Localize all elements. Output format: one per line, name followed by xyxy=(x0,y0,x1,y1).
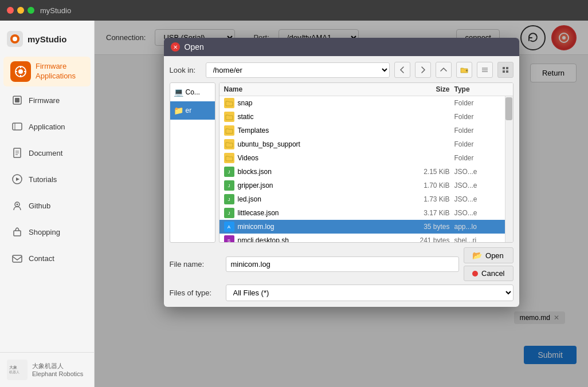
file-type-cell: Folder xyxy=(454,127,500,135)
table-row[interactable]: J blocks.json 2.15 KiB JSO...e xyxy=(219,165,505,179)
detail-view-button[interactable] xyxy=(497,62,513,78)
file-name-input[interactable] xyxy=(226,256,460,272)
sidebar-item-shopping[interactable]: Shopping xyxy=(3,219,91,244)
table-row[interactable]: J gripper.json 1.70 KiB JSO...e xyxy=(219,179,505,192)
table-row[interactable]: static Folder xyxy=(219,110,505,124)
sidebar-item-contact[interactable]: Contact xyxy=(3,246,91,271)
file-browser: 💻 Co... 📁 er Name xyxy=(170,82,513,243)
window-controls xyxy=(7,7,34,14)
folder-icon xyxy=(224,98,234,108)
files-type-select[interactable]: All Files (*) xyxy=(226,285,513,301)
files-header: Name Size Type xyxy=(219,83,513,96)
sidebar-item-label-tutorials: Tutorials xyxy=(29,175,57,184)
nav-back-button[interactable] xyxy=(394,62,410,78)
svg-rect-21 xyxy=(13,255,22,262)
dialog-body: Look in: /home/er xyxy=(164,56,519,307)
elephant-robotics-logo: 大象机器人 xyxy=(7,360,28,380)
nav-up-button[interactable] xyxy=(436,62,452,78)
maximize-dot[interactable] xyxy=(28,7,34,14)
file-type-cell: JSO...e xyxy=(454,168,500,176)
table-row[interactable]: J littlecase.json 3.17 KiB JSO...e xyxy=(219,206,505,220)
contact-icon xyxy=(10,251,24,265)
cancel-button-label: Cancel xyxy=(481,269,504,278)
svg-rect-33 xyxy=(503,70,505,73)
robot-label: 大象机器人 xyxy=(32,362,83,370)
sidebar-logo-text: myStudio xyxy=(28,34,66,44)
app-file-icon: A xyxy=(224,222,234,232)
folder-icon xyxy=(224,112,234,122)
close-dot[interactable] xyxy=(7,7,14,14)
table-row[interactable]: Videos Folder xyxy=(219,151,505,165)
shell-file-icon: S xyxy=(224,235,234,242)
logo-icon xyxy=(7,31,23,47)
scrollbar-thumb xyxy=(505,97,512,120)
file-type-cell: Folder xyxy=(454,154,500,162)
top-bar: myStudio xyxy=(0,0,588,21)
svg-rect-10 xyxy=(13,123,22,130)
svg-rect-9 xyxy=(15,98,19,102)
sidebar-item-label-shopping: Shopping xyxy=(29,228,60,236)
sidebar-item-firmware-apps[interactable]: FirmwareApplications xyxy=(3,57,91,86)
table-row[interactable]: ubuntu_bsp_support Folder xyxy=(219,137,505,151)
content-area: Connection: USB (Serial) Port: /dev/ttyA… xyxy=(95,21,588,387)
scrollbar[interactable] xyxy=(505,96,513,242)
sidebar-item-firmware[interactable]: Firmware xyxy=(3,88,91,113)
sidebar: myStudio FirmwareApplications Firmware A… xyxy=(0,21,95,387)
nav-forward-button[interactable] xyxy=(415,62,431,78)
svg-rect-31 xyxy=(503,67,505,69)
open-cancel-buttons: 📂 Open Cancel xyxy=(464,247,513,281)
cancel-button[interactable]: Cancel xyxy=(464,266,513,281)
file-size-cell: 2.15 KiB xyxy=(409,168,454,176)
files-panel: Name Size Type snap Folder static xyxy=(219,82,513,243)
open-button[interactable]: 📂 Open xyxy=(464,247,513,263)
svg-rect-34 xyxy=(506,70,508,73)
files-list: snap Folder static Folder Templates Fold… xyxy=(219,96,505,242)
json-file-icon: J xyxy=(224,208,234,218)
dialog-close-button[interactable]: ✕ xyxy=(171,42,180,52)
svg-point-3 xyxy=(18,69,23,74)
sidebar-item-document[interactable]: Document xyxy=(3,140,91,165)
look-in-select[interactable]: /home/er xyxy=(206,62,390,78)
dialog-title-bar: ✕ Open xyxy=(164,38,519,56)
file-size-cell: 241 bytes xyxy=(409,236,454,242)
sidebar-item-tutorials[interactable]: Tutorials xyxy=(3,167,91,192)
app-title: myStudio xyxy=(40,6,71,15)
sidebar-item-label-application: Application xyxy=(29,123,65,131)
table-row[interactable]: A minicom.log 35 bytes app...lo xyxy=(219,220,505,234)
table-row[interactable]: J led.json 1.73 KiB JSO...e xyxy=(219,192,505,206)
open-dialog-overlay: ✕ Open Look in: /home/er xyxy=(95,21,588,387)
svg-text:机器人: 机器人 xyxy=(9,370,19,374)
new-folder-button[interactable]: + xyxy=(456,62,472,78)
table-row[interactable]: S nmcli.desktop.sh 241 bytes shel...ri xyxy=(219,234,505,242)
file-name-label: File name: xyxy=(170,260,221,268)
minimize-dot[interactable] xyxy=(17,7,24,14)
table-row[interactable]: Templates Folder xyxy=(219,124,505,137)
places-panel: 💻 Co... 📁 er xyxy=(170,82,215,243)
list-view-button[interactable] xyxy=(477,62,493,78)
svg-text:大象: 大象 xyxy=(9,365,17,369)
svg-point-19 xyxy=(17,204,18,206)
open-button-label: Open xyxy=(485,251,504,260)
table-row[interactable]: snap Folder xyxy=(219,96,505,110)
file-size-cell: 1.73 KiB xyxy=(409,195,454,203)
svg-rect-32 xyxy=(506,67,508,69)
dialog-title: Open xyxy=(185,42,204,52)
places-item-computer[interactable]: 💻 Co... xyxy=(170,83,215,101)
json-file-icon: J xyxy=(224,194,234,204)
sidebar-item-github[interactable]: Github xyxy=(3,193,91,218)
file-type-cell: Folder xyxy=(454,113,500,121)
file-name-cell: littlecase.json xyxy=(238,209,409,217)
places-item-er[interactable]: 📁 er xyxy=(170,101,215,120)
tutorials-icon xyxy=(10,172,24,186)
file-type-cell: Folder xyxy=(454,99,500,107)
svg-point-1 xyxy=(13,37,17,41)
svg-rect-20 xyxy=(14,231,21,236)
open-dialog: ✕ Open Look in: /home/er xyxy=(164,38,519,307)
main-layout: myStudio FirmwareApplications Firmware A… xyxy=(0,21,588,387)
computer-icon: 💻 xyxy=(174,88,183,97)
firmware-icon xyxy=(10,93,24,107)
sidebar-item-label-document: Document xyxy=(29,149,62,157)
file-type-cell: app...lo xyxy=(454,223,500,231)
sidebar-item-application[interactable]: Application xyxy=(3,114,91,139)
dialog-close-icon: ✕ xyxy=(173,44,178,50)
